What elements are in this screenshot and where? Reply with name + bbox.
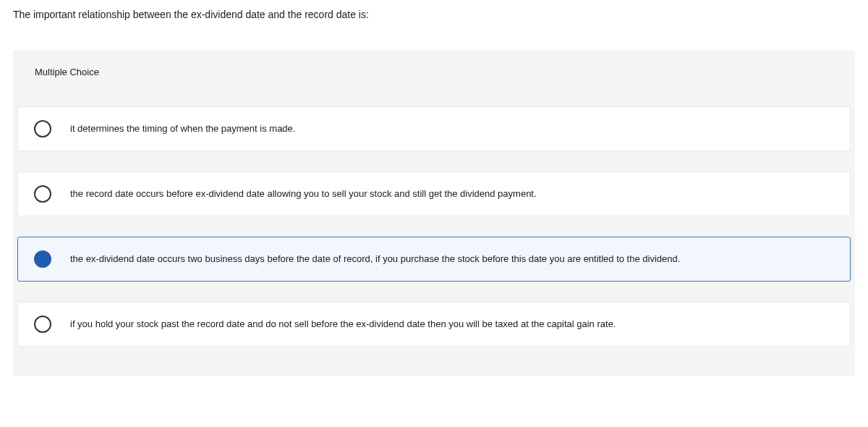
multiple-choice-panel: Multiple Choice it determines the timing… bbox=[13, 51, 855, 376]
section-label: Multiple Choice bbox=[13, 51, 855, 106]
option-text: it determines the timing of when the pay… bbox=[70, 122, 295, 135]
option-text: the record date occurs before ex-dividen… bbox=[70, 187, 537, 200]
radio-icon bbox=[34, 250, 51, 268]
question-text: The important relationship between the e… bbox=[0, 0, 868, 29]
radio-icon bbox=[34, 185, 51, 203]
radio-icon bbox=[34, 316, 51, 333]
option-1[interactable]: the record date occurs before ex-dividen… bbox=[17, 172, 851, 216]
option-text: if you hold your stock past the record d… bbox=[70, 318, 616, 331]
options-list: it determines the timing of when the pay… bbox=[13, 106, 855, 347]
option-0[interactable]: it determines the timing of when the pay… bbox=[17, 106, 851, 151]
option-2[interactable]: the ex-dividend date occurs two business… bbox=[17, 237, 851, 282]
radio-icon bbox=[34, 120, 51, 138]
option-text: the ex-dividend date occurs two business… bbox=[70, 253, 680, 266]
option-3[interactable]: if you hold your stock past the record d… bbox=[17, 302, 851, 347]
